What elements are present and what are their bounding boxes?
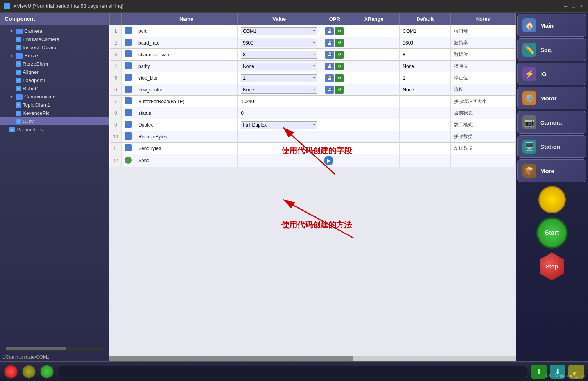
save-btn-2[interactable]: 💾 [325,39,334,47]
save-btn-3[interactable]: 💾 [325,51,334,59]
prop-opr-5[interactable]: 💾 ↺ [321,72,348,84]
close-button[interactable]: ✕ [579,4,584,9]
prop-value-3[interactable]: 8 ▼ [238,49,321,61]
prop-opr-12[interactable]: ▶ [321,154,348,167]
prop-notes-1: 端口号 [451,25,516,37]
dropdown-5[interactable]: 1 ▼ [241,74,317,82]
checkbox-emulate-camera1[interactable]: ✓ [16,37,21,42]
prop-opr-1[interactable]: 💾 ↺ [321,25,348,37]
save-btn-4[interactable]: 💾 [325,63,334,70]
sidebar-item-communicate[interactable]: ▼ Communicate [0,93,109,101]
prop-value-6[interactable]: None ▼ [238,84,321,96]
prop-value-7: 10240 [238,96,321,107]
prop-value-1[interactable]: COM1 ▼ [238,25,321,37]
nav-label-station: Station [540,143,560,150]
traffic-light-yellow[interactable] [22,365,36,379]
sidebar-item-rorze[interactable]: ▼ Rorze [0,52,109,60]
save-btn-5[interactable]: 💾 [325,74,334,82]
dropdown-3[interactable]: 8 ▼ [241,51,317,59]
sidebar-label-tcpip-client1: TcpipClient1 [23,102,50,108]
checkbox-keyence-plc[interactable]: ✓ [16,111,21,116]
save-btn-6[interactable]: 💾 [325,86,334,94]
play-button[interactable]: ▶ [324,156,333,165]
start-button[interactable]: Start [536,217,568,249]
sidebar-item-loadport1[interactable]: ✓ Loadport1 [0,76,109,84]
refresh-btn-1[interactable]: ↺ [335,27,344,35]
nav-btn-io[interactable]: ⚡ IO [517,63,586,85]
dropdown-4[interactable]: None ▼ [241,63,317,70]
prop-opr-2[interactable]: 💾 ↺ [321,37,348,49]
row-num-7: 7 [110,96,122,107]
prop-opr-4[interactable]: 💾 ↺ [321,61,348,72]
prop-xrange-9 [348,119,400,131]
prop-value-4[interactable]: None ▼ [238,61,321,72]
checkbox-robot1[interactable]: ✓ [16,86,21,91]
dropdown-9[interactable]: Full-Duplex ▼ [241,121,317,129]
sidebar-label-communicate: Communicate [24,94,56,100]
prop-xrange-3 [348,49,400,61]
checkbox-tcpip-client1[interactable]: ✓ [16,102,21,108]
sidebar-scrollbar[interactable] [4,347,105,351]
prop-default-11 [400,143,451,154]
minimize-button[interactable]: ─ [563,4,568,9]
row-num-5: 5 [110,72,122,84]
nav-label-camera: Camera [540,119,562,126]
table-hscrollbar[interactable] [109,356,516,361]
prop-default-9 [400,119,451,131]
prop-default-7 [400,96,451,107]
nav-btn-camera[interactable]: 📷 Camera [517,111,586,134]
sidebar-item-rorze-efem[interactable]: ✓ RorzeEfem [0,60,109,68]
traffic-light-green[interactable] [40,365,54,379]
sidebar-label-com1: COM1 [23,118,38,124]
sidebar-item-parameters[interactable]: ✓ Parameters [0,125,109,134]
maximize-button[interactable]: □ [571,4,576,9]
nav-btn-main[interactable]: 🏠 Main [517,14,586,37]
sidebar-item-com1[interactable]: ✓ COM1 [0,117,109,125]
refresh-btn-6[interactable]: ↺ [335,86,344,94]
refresh-btn-3[interactable]: ↺ [335,51,344,59]
prop-notes-3: 数据位 [451,49,516,61]
prop-xrange-11 [348,143,400,154]
table-row: 12Send▶ [110,154,516,167]
nav-btn-seq[interactable]: ✏️ Seq. [517,38,586,61]
sidebar-item-tcpip-client1[interactable]: ✓ TcpipClient1 [0,101,109,109]
prop-value-5[interactable]: 1 ▼ [238,72,321,84]
expand-arrow-camera: ▼ [9,29,14,33]
nav-btn-more[interactable]: 📦 More [517,159,586,182]
sidebar-item-robot1[interactable]: ✓ Robot1 [0,84,109,93]
nav-btn-motor[interactable]: ⚙️ Motor [517,87,586,109]
bottom-input[interactable] [58,366,527,377]
dropdown-2[interactable]: 9600 ▼ [241,39,317,47]
checkbox-com1[interactable]: ✓ [16,119,21,124]
dropdown-1[interactable]: COM1 ▼ [241,27,317,35]
sidebar-item-aligner[interactable]: ✓ Aligner [0,68,109,76]
refresh-btn-2[interactable]: ↺ [335,39,344,47]
nav-btn-station[interactable]: 🖥️ Station [517,135,586,158]
prop-opr-3[interactable]: 💾 ↺ [321,49,348,61]
dropdown-6[interactable]: None ▼ [241,86,317,94]
prop-opr-6[interactable]: 💾 ↺ [321,84,348,96]
titlebar: XViewUI[Your trial period has 58 days re… [0,0,588,13]
checkbox-parameters[interactable]: ✓ [9,127,15,132]
traffic-light-red[interactable] [4,365,18,379]
prop-notes-9: 双工模式 [451,119,516,131]
prop-default-6: None [400,84,451,96]
refresh-btn-4[interactable]: ↺ [335,63,344,70]
checkbox-loadport1[interactable]: ✓ [16,78,21,83]
camera-icon: 📷 [522,115,536,129]
scroll-up-button[interactable]: ⬆ [531,365,547,379]
checkbox-aligner[interactable]: ✓ [16,70,21,75]
checkbox-inspect-device[interactable]: ✓ [16,45,21,50]
refresh-btn-5[interactable]: ↺ [335,74,344,82]
prop-value-2[interactable]: 9600 ▼ [238,37,321,49]
prop-value-9[interactable]: Full-Duplex ▼ [238,119,321,131]
save-btn-1[interactable]: 💾 [325,27,334,35]
prop-default-8 [400,107,451,119]
stop-button[interactable]: Stop [538,252,566,281]
sidebar-item-keyence-plc[interactable]: ✓ KeyencePlc [0,109,109,117]
sidebar-item-camera[interactable]: ▼ Camera [0,27,109,35]
sidebar-item-emulate-camera1[interactable]: ✓ EmulateCamera1 [0,35,109,43]
folder-icon-rorze [16,53,23,59]
checkbox-rorze-efem[interactable]: ✓ [16,61,21,67]
sidebar-item-inspect-device[interactable]: ✓ Inspect_Device [0,43,109,52]
